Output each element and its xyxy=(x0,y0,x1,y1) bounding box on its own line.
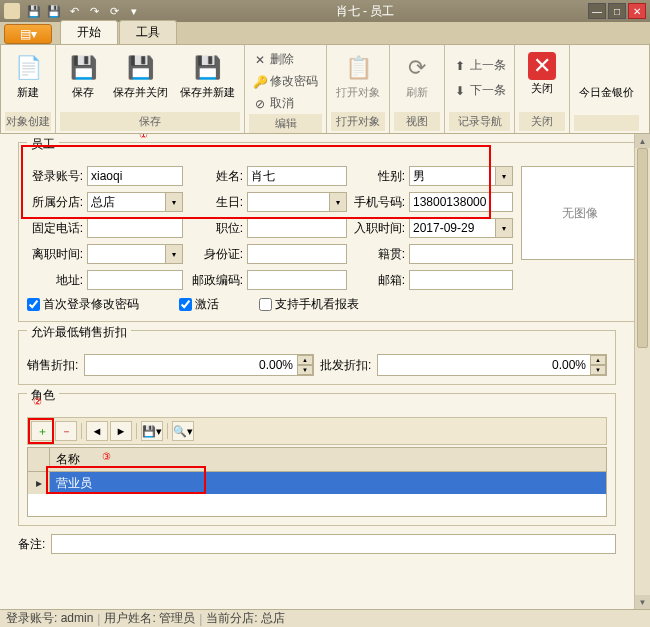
save-close-button[interactable]: 💾保存并关闭 xyxy=(108,47,173,104)
role-fieldset: 角色 ② ＋ － ◄ ► 💾▾ 🔍▾ ③ 名称 ▸ 营业员 xyxy=(18,393,616,526)
addr-label: 地址: xyxy=(27,272,83,289)
addr-input[interactable] xyxy=(87,270,183,290)
login-label: 登录账号: xyxy=(27,168,83,185)
annotation-2: ② xyxy=(33,396,42,407)
employee-fieldset: 员工 ① 登录账号: 姓名: 性别: ▾ 所属分店: ▾ 生日: ▾ 手机号码: xyxy=(18,142,634,322)
hire-dropdown-button[interactable]: ▾ xyxy=(495,218,513,238)
whole-up-button[interactable]: ▲ xyxy=(590,355,606,365)
scroll-down-button[interactable]: ▼ xyxy=(635,595,650,609)
pos-label: 职位: xyxy=(187,220,243,237)
firstpwd-checkbox[interactable]: 首次登录修改密码 xyxy=(27,296,139,313)
cancel-icon: ⊘ xyxy=(253,97,267,111)
zip-input[interactable] xyxy=(247,270,347,290)
role-table-header: 名称 xyxy=(28,448,606,472)
role-search-button[interactable]: 🔍▾ xyxy=(172,421,194,441)
mobile-input[interactable] xyxy=(409,192,513,212)
remark-input[interactable] xyxy=(51,534,616,554)
role-prev-button[interactable]: ◄ xyxy=(86,421,108,441)
email-input[interactable] xyxy=(409,270,513,290)
login-input[interactable] xyxy=(87,166,183,186)
role-add-button[interactable]: ＋ xyxy=(31,421,53,441)
new-button[interactable]: 📄新建 xyxy=(5,47,51,104)
name-input[interactable] xyxy=(247,166,347,186)
checkbox-row: 首次登录修改密码 激活 支持手机看报表 xyxy=(27,296,513,313)
birth-dropdown-button[interactable]: ▾ xyxy=(329,192,347,212)
native-input[interactable] xyxy=(409,244,513,264)
hire-input[interactable] xyxy=(409,218,495,238)
up-arrow-icon: ⬆ xyxy=(453,59,467,73)
leave-input[interactable] xyxy=(87,244,165,264)
group-save-label: 保存 xyxy=(60,112,240,131)
gender-dropdown-button[interactable]: ▾ xyxy=(495,166,513,186)
app-menu-button[interactable]: ▤▾ xyxy=(4,24,52,44)
mobile-label: 手机号码: xyxy=(351,194,405,211)
hire-label: 入职时间: xyxy=(351,220,405,237)
vertical-scrollbar[interactable]: ▲ ▼ xyxy=(634,134,650,609)
save-button[interactable]: 💾保存 xyxy=(60,47,106,104)
delete-icon: ✕ xyxy=(253,53,267,67)
tab-start[interactable]: 开始 xyxy=(60,20,118,44)
refresh-button[interactable]: ⟳刷新 xyxy=(394,47,440,104)
title-bar: 💾 💾 ↶ ↷ ⟳ ▾ 肖七 - 员工 ― □ ✕ xyxy=(0,0,650,22)
role-legend: 角色 xyxy=(27,387,59,404)
close-window-button[interactable]: ✕ xyxy=(628,3,646,19)
qat-saveclose-icon[interactable]: 💾 xyxy=(46,3,62,19)
ribbon-tabs: ▤▾ 开始 工具 xyxy=(0,22,650,44)
sale-up-button[interactable]: ▲ xyxy=(297,355,313,365)
key-icon: 🔑 xyxy=(253,75,267,89)
app-icon xyxy=(4,3,20,19)
prev-record-button[interactable]: ⬆上一条 xyxy=(449,55,510,76)
qat-save-icon[interactable]: 💾 xyxy=(26,3,42,19)
store-input[interactable] xyxy=(87,192,165,212)
open-object-button[interactable]: 📋打开对象 xyxy=(331,47,385,104)
employee-form-grid: 登录账号: 姓名: 性别: ▾ 所属分店: ▾ 生日: ▾ 手机号码: 固定电话… xyxy=(27,166,513,290)
role-row-selected[interactable]: ▸ 营业员 xyxy=(28,472,606,494)
gender-input[interactable] xyxy=(409,166,495,186)
role-row-name: 营业员 xyxy=(50,475,98,492)
tab-tools[interactable]: 工具 xyxy=(119,20,177,44)
cancel-button[interactable]: ⊘取消 xyxy=(249,93,322,114)
annotation-3: ③ xyxy=(102,451,111,462)
status-user: 用户姓名: 管理员 xyxy=(104,610,195,627)
role-remove-button[interactable]: － xyxy=(55,421,77,441)
mobilereport-checkbox[interactable]: 支持手机看报表 xyxy=(259,296,359,313)
qat-redo-icon[interactable]: ↷ xyxy=(86,3,102,19)
refresh-icon: ⟳ xyxy=(401,52,433,84)
store-dropdown-button[interactable]: ▾ xyxy=(165,192,183,212)
role-export-button[interactable]: 💾▾ xyxy=(141,421,163,441)
role-next-button[interactable]: ► xyxy=(110,421,132,441)
quick-access-toolbar: 💾 💾 ↶ ↷ ⟳ ▾ xyxy=(26,3,142,19)
role-header-selector[interactable] xyxy=(28,448,50,468)
role-empty-row[interactable] xyxy=(28,494,606,516)
idcard-input[interactable] xyxy=(247,244,347,264)
sale-down-button[interactable]: ▼ xyxy=(297,365,313,375)
sale-discount-input[interactable]: 0.00%▲▼ xyxy=(84,354,314,376)
qat-refresh-icon[interactable]: ⟳ xyxy=(106,3,122,19)
ribbon: 📄新建 对象创建 💾保存 💾保存并关闭 💾保存并新建 保存 ✕删除 🔑修改密码 … xyxy=(0,44,650,134)
gold-price-button[interactable]: 今日金银价 xyxy=(574,47,639,104)
annotation-1: ① xyxy=(139,134,148,140)
minimize-button[interactable]: ― xyxy=(588,3,606,19)
scroll-up-button[interactable]: ▲ xyxy=(635,134,650,148)
birth-input[interactable] xyxy=(247,192,329,212)
whole-down-button[interactable]: ▼ xyxy=(590,365,606,375)
whole-discount-input[interactable]: 0.00%▲▼ xyxy=(377,354,607,376)
scroll-thumb[interactable] xyxy=(637,148,648,348)
photo-placeholder[interactable]: 无图像 xyxy=(521,166,634,260)
change-password-button[interactable]: 🔑修改密码 xyxy=(249,71,322,92)
next-record-button[interactable]: ⬇下一条 xyxy=(449,80,510,101)
close-button[interactable]: ✕关闭 xyxy=(519,47,565,100)
pos-input[interactable] xyxy=(247,218,347,238)
leave-dropdown-button[interactable]: ▾ xyxy=(165,244,183,264)
group-edit-label: 编辑 xyxy=(249,114,322,133)
role-col-name[interactable]: 名称 xyxy=(50,448,606,471)
tel-input[interactable] xyxy=(87,218,183,238)
active-checkbox[interactable]: 激活 xyxy=(179,296,219,313)
discount-legend: 允许最低销售折扣 xyxy=(27,324,131,341)
save-new-button[interactable]: 💾保存并新建 xyxy=(175,47,240,104)
delete-button[interactable]: ✕删除 xyxy=(249,49,322,70)
qat-undo-icon[interactable]: ↶ xyxy=(66,3,82,19)
save-new-icon: 💾 xyxy=(192,52,224,84)
qat-dropdown-icon[interactable]: ▾ xyxy=(126,3,142,19)
maximize-button[interactable]: □ xyxy=(608,3,626,19)
